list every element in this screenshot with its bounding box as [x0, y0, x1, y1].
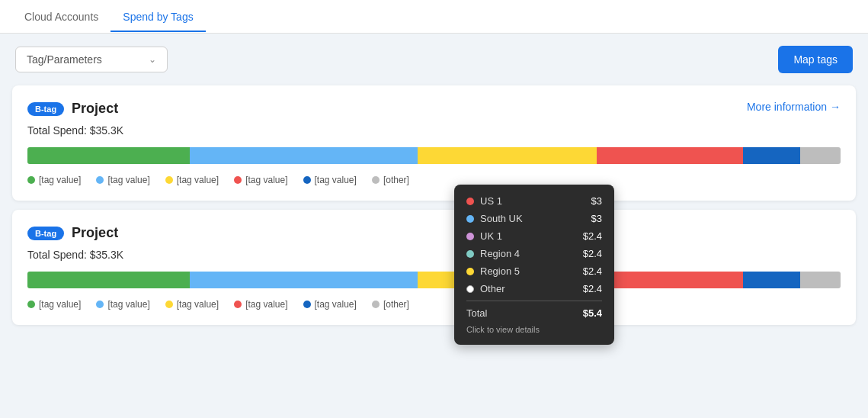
tooltip-item-label: South UK: [480, 213, 523, 224]
bar-segment[interactable]: [743, 272, 800, 288]
legend-item: [tag value]: [27, 175, 81, 185]
legend-dot-icon: [96, 301, 104, 308]
tooltip-total-label: Total: [466, 307, 487, 319]
tooltip-row: South UK$3: [466, 213, 602, 224]
legend-label: [tag value]: [315, 299, 357, 310]
tooltip-dot-icon: [466, 268, 474, 275]
tooltip-dot-icon: [466, 198, 474, 205]
tooltip-total-row: Total$5.4: [466, 301, 602, 319]
tooltip-item-value: $3: [591, 195, 602, 207]
project-card-1: B-tag Project Total Spend: $35.3K [tag v…: [12, 85, 856, 201]
legend-item: [tag value]: [303, 175, 357, 185]
tab-cloud-accounts[interactable]: Cloud Accounts: [12, 2, 111, 32]
tooltip-item-label: Region 5: [480, 265, 520, 277]
card-1-total-spend: Total Spend: $35.3K: [27, 124, 841, 137]
tag-parameters-dropdown[interactable]: Tag/Parameters ⌄: [15, 47, 168, 72]
tooltip-item-label: US 1: [480, 195, 502, 207]
bar-segment[interactable]: [27, 147, 190, 164]
legend-dot-icon: [303, 301, 311, 308]
total-spend-label-2: Total Spend:: [27, 249, 87, 261]
legend-dot-icon: [27, 176, 35, 184]
legend-1: [tag value][tag value][tag value][tag va…: [27, 175, 841, 185]
bar-segment[interactable]: [190, 272, 418, 288]
tooltip-row: Region 4$2.4: [466, 248, 602, 259]
tooltip-total-value: $5.4: [583, 307, 602, 319]
bar-segment[interactable]: [800, 147, 841, 164]
b-tag-badge-1: B-tag: [27, 102, 64, 116]
tooltip-popup: US 1$3South UK$3UK 1$2.4Region 4$2.4Regi…: [454, 185, 614, 345]
legend-dot-icon: [165, 176, 173, 184]
tooltip-item-value: $2.4: [583, 248, 602, 259]
total-spend-label-1: Total Spend:: [27, 124, 87, 137]
tooltip-dot-icon: [466, 250, 474, 258]
legend-item: [tag value]: [234, 299, 287, 310]
total-spend-value-2: $35.3K: [90, 249, 123, 261]
legend-label: [tag value]: [39, 175, 81, 185]
tooltip-dot-icon: [466, 215, 474, 223]
legend-label: [tag value]: [39, 299, 81, 310]
legend-dot-icon: [96, 176, 104, 184]
bar-segment[interactable]: [190, 147, 418, 164]
tooltip-dot-icon: [466, 285, 474, 293]
tooltip-dot-icon: [466, 233, 474, 240]
legend-label: [tag value]: [245, 299, 287, 310]
legend-label: [tag value]: [315, 175, 357, 185]
tooltip-row: Other$2.4: [466, 283, 602, 294]
legend-dot-icon: [27, 301, 35, 308]
more-info-label-1: More information: [747, 101, 827, 113]
tooltip-item-label: Other: [480, 283, 505, 294]
bar-segment[interactable]: [800, 272, 841, 288]
map-tags-button[interactable]: Map tags: [778, 46, 853, 73]
bar-chart-2[interactable]: [27, 272, 841, 288]
toolbar: Tag/Parameters ⌄ Map tags: [0, 34, 868, 85]
bar-segment[interactable]: [418, 147, 597, 164]
legend-item: [tag value]: [303, 299, 357, 310]
bar-segment[interactable]: [597, 272, 743, 288]
legend-dot-icon: [234, 301, 242, 308]
legend-dot-icon: [165, 301, 173, 308]
legend-dot-icon: [234, 176, 242, 184]
legend-label: [tag value]: [177, 299, 219, 310]
legend-item: [tag value]: [165, 299, 219, 310]
legend-label: [other]: [383, 175, 409, 185]
tooltip-item-value: $3: [591, 213, 602, 224]
legend-item: [tag value]: [165, 175, 219, 185]
tooltip-row: Region 5$2.4: [466, 265, 602, 277]
tooltip-item-value: $2.4: [583, 283, 602, 294]
card-2-total-spend: Total Spend: $35.3K: [27, 249, 841, 261]
more-info-link-1[interactable]: More information →: [747, 101, 841, 113]
b-tag-badge-2: B-tag: [27, 227, 64, 240]
more-info-arrow-icon: →: [830, 101, 841, 113]
legend-item: [tag value]: [96, 299, 149, 310]
legend-item: [other]: [372, 299, 409, 310]
legend-dot-icon: [303, 176, 311, 184]
legend-item: [tag value]: [234, 175, 287, 185]
tooltip-item-value: $2.4: [583, 230, 602, 242]
tooltip-item-label: Region 4: [480, 248, 520, 259]
bar-chart-1[interactable]: [27, 147, 841, 164]
legend-label: [tag value]: [107, 299, 149, 310]
card-2-header: B-tag Project: [27, 225, 841, 241]
tab-spend-by-tags[interactable]: Spend by Tags: [111, 2, 205, 32]
legend-label: [tag value]: [107, 175, 149, 185]
legend-label: [tag value]: [245, 175, 287, 185]
tooltip-item-label: UK 1: [480, 230, 502, 242]
legend-dot-icon: [372, 176, 380, 184]
dropdown-arrow-icon: ⌄: [149, 54, 156, 65]
tooltip-item-value: $2.4: [583, 265, 602, 277]
tabs-bar: Cloud Accounts Spend by Tags: [0, 0, 868, 34]
legend-label: [tag value]: [177, 175, 219, 185]
tooltip-click-hint[interactable]: Click to view details: [466, 325, 602, 334]
project-card-2: B-tag Project Total Spend: $35.3K [tag v…: [12, 210, 856, 325]
bar-segment[interactable]: [597, 147, 743, 164]
dropdown-label: Tag/Parameters: [27, 53, 102, 66]
tooltip-row: US 1$3: [466, 195, 602, 207]
legend-item: [tag value]: [27, 299, 81, 310]
legend-2: [tag value][tag value][tag value][tag va…: [27, 299, 841, 310]
bar-segment[interactable]: [27, 272, 190, 288]
bar-segment[interactable]: [743, 147, 800, 164]
legend-item: [tag value]: [96, 175, 149, 185]
legend-item: [other]: [372, 175, 409, 185]
legend-dot-icon: [372, 301, 380, 308]
cards-container: B-tag Project Total Spend: $35.3K [tag v…: [0, 85, 868, 346]
